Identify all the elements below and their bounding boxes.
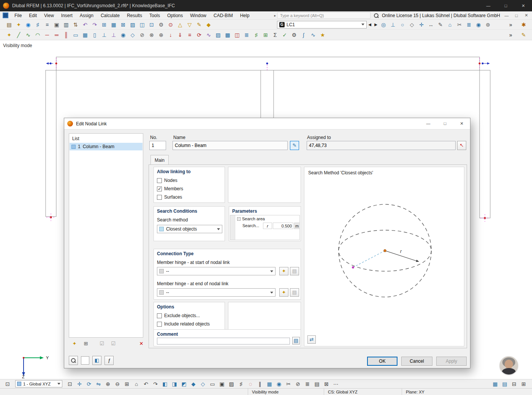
- connect-icon[interactable]: ⊕: [157, 31, 166, 39]
- eccentricity-icon[interactable]: ◇: [128, 31, 137, 39]
- new-polyline-icon[interactable]: ∿: [24, 31, 33, 39]
- overflow-icon[interactable]: »: [506, 31, 515, 39]
- pick-objects-button[interactable]: ↖: [457, 141, 466, 150]
- edit-hinge-end-button[interactable]: ▤: [290, 288, 299, 297]
- member-hinge-icon[interactable]: ◉: [119, 31, 128, 39]
- menu-window[interactable]: Window: [187, 11, 210, 20]
- collapse-expander-icon[interactable]: [237, 217, 241, 221]
- checkbox-surfaces[interactable]: Surfaces: [157, 194, 182, 200]
- view-y-icon[interactable]: ◨: [170, 380, 179, 388]
- checkbox-box[interactable]: [157, 195, 162, 200]
- hinge-icon[interactable]: ○: [398, 21, 407, 29]
- dialog-maximize-icon[interactable]: □: [437, 118, 453, 129]
- menu-file[interactable]: File: [11, 11, 25, 20]
- table-view-icon[interactable]: ⊞: [100, 21, 109, 29]
- cancel-button[interactable]: Cancel: [401, 357, 432, 366]
- redo-icon[interactable]: ↷: [90, 21, 99, 29]
- deformation-icon[interactable]: ∿: [309, 31, 318, 39]
- minimize-icon[interactable]: —: [480, 0, 497, 11]
- render-view-icon[interactable]: ▨: [128, 21, 137, 29]
- menu-options[interactable]: Options: [164, 11, 186, 20]
- display-settings-button[interactable]: ◧: [92, 356, 101, 365]
- menu-tools[interactable]: Tools: [146, 11, 163, 20]
- clipping-icon[interactable]: ✂: [284, 380, 293, 388]
- comment-presets-button[interactable]: ▤: [292, 337, 300, 344]
- release-icon[interactable]: ◇: [407, 21, 416, 29]
- filter-loads-icon[interactable]: ▽: [185, 21, 194, 29]
- visibility-mode-icon[interactable]: ◉: [274, 380, 283, 388]
- solid-display-icon[interactable]: ▣: [217, 380, 226, 388]
- export-icon[interactable]: ⇅: [71, 21, 80, 29]
- imperfection-icon[interactable]: ∿: [204, 31, 213, 39]
- rename-button[interactable]: ✎: [290, 141, 299, 150]
- dialog-minimize-icon[interactable]: —: [420, 118, 437, 129]
- new-member-icon[interactable]: ─: [43, 31, 52, 39]
- menu-calculate[interactable]: Calculate: [97, 11, 123, 20]
- clip-plane-icon[interactable]: ✂: [455, 21, 464, 29]
- rotate-icon[interactable]: ⟳: [84, 380, 93, 388]
- mesh-refinement-icon[interactable]: ⊞: [261, 31, 270, 39]
- select-mode-icon[interactable]: ⊡: [65, 380, 74, 388]
- menu-insert[interactable]: Insert: [58, 11, 76, 20]
- print-icon[interactable]: ≡: [43, 21, 52, 29]
- menu-edit[interactable]: Edit: [25, 11, 40, 20]
- snap-target-icon[interactable]: ⊙: [166, 21, 175, 29]
- close-icon[interactable]: ✕: [515, 0, 532, 11]
- menu-help[interactable]: Help: [237, 11, 253, 20]
- menu-assign[interactable]: Assign: [76, 11, 97, 20]
- ok-button[interactable]: OK: [367, 357, 397, 366]
- annotation-icon[interactable]: ✎: [436, 21, 445, 29]
- previous-load-case-icon[interactable]: ◀: [367, 22, 373, 27]
- apply-button[interactable]: Apply: [436, 357, 467, 366]
- name-field[interactable]: [173, 141, 288, 150]
- perspective-view-icon[interactable]: ◇: [198, 380, 207, 388]
- snap-icon[interactable]: ◌: [246, 380, 255, 388]
- nodal-support-icon[interactable]: ⊥: [100, 31, 109, 39]
- edit-mode-pencil-icon[interactable]: ✎: [519, 31, 528, 39]
- support-icon[interactable]: ⊥: [388, 21, 397, 29]
- dlubal-online-icon[interactable]: ◉: [24, 21, 33, 29]
- mesh-icon[interactable]: ♯: [252, 31, 261, 39]
- deselect-all-button[interactable]: ☑: [109, 340, 117, 348]
- user-avatar[interactable]: [500, 356, 518, 374]
- new-surface-icon[interactable]: ▭: [71, 31, 80, 39]
- tables-toggle-icon[interactable]: ▤: [500, 380, 509, 388]
- checkbox-members[interactable]: Members: [157, 186, 183, 191]
- hinge-end-dropdown[interactable]: --: [157, 288, 276, 297]
- search-input[interactable]: [277, 12, 370, 19]
- next-load-case-icon[interactable]: ▶: [373, 22, 379, 27]
- previous-view-icon[interactable]: ↶: [141, 380, 150, 388]
- background-color-button[interactable]: [81, 356, 89, 365]
- mirror-icon[interactable]: ⇋: [94, 380, 103, 388]
- search-icon[interactable]: [374, 13, 379, 18]
- section-view-icon[interactable]: ⊠: [119, 21, 128, 29]
- new-model-icon[interactable]: ✦: [14, 21, 23, 29]
- material-icon[interactable]: ▩: [223, 31, 232, 39]
- printout-report-icon[interactable]: ▥: [62, 21, 71, 29]
- line-support-icon[interactable]: ⊥: [109, 31, 118, 39]
- parameter-value-cell[interactable]: 0.500: [273, 223, 293, 229]
- coordinate-system-selector[interactable]: 1 - Global XYZ: [15, 380, 62, 387]
- nodal-load-icon[interactable]: ↓: [166, 31, 175, 39]
- magnifier-button[interactable]: [69, 356, 78, 365]
- new-hinge-end-button[interactable]: ✦: [279, 288, 288, 297]
- dialog-close-icon[interactable]: ✕: [453, 118, 470, 129]
- checkbox-box[interactable]: [157, 313, 162, 318]
- combinations-icon[interactable]: Σ: [271, 31, 280, 39]
- maximize-icon[interactable]: □: [497, 0, 515, 11]
- next-view-icon[interactable]: ↷: [151, 380, 160, 388]
- modify-structure-icon[interactable]: ▨: [214, 31, 223, 39]
- checkbox-box[interactable]: [157, 186, 162, 191]
- search-method-dropdown[interactable]: Closest objects: [157, 225, 222, 233]
- graphic-settings-button[interactable]: ⇄: [307, 335, 316, 344]
- new-beam-icon[interactable]: ═: [52, 31, 61, 39]
- pane-minimize-icon[interactable]: —: [503, 13, 510, 18]
- edit-load-icon[interactable]: ✎: [195, 21, 204, 29]
- member-load-icon[interactable]: ⇓: [176, 31, 185, 39]
- checkbox-exclude-objects[interactable]: Exclude objects...: [157, 313, 200, 318]
- menu-view[interactable]: View: [41, 11, 57, 20]
- visibility-icon[interactable]: ◉: [474, 21, 483, 29]
- new-load-icon[interactable]: △: [176, 21, 185, 29]
- checkbox-box[interactable]: [157, 178, 162, 183]
- divide-icon[interactable]: ⊘: [138, 31, 147, 39]
